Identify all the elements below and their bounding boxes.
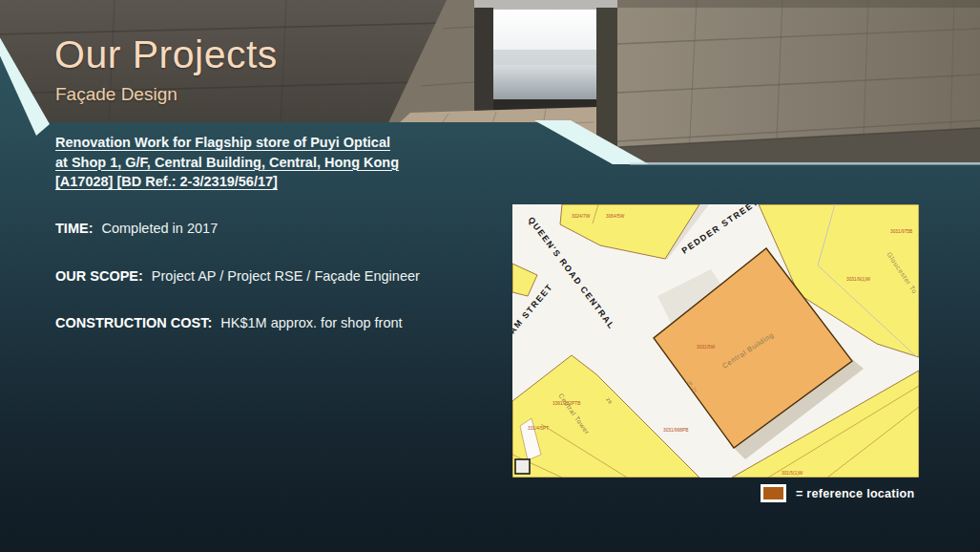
scope-value: Project AP / Project RSE / Façade Engine… [152, 268, 420, 284]
detail-row-cost: CONSTRUCTION COST:HK$1M approx. for shop… [55, 315, 403, 330]
map-corner-marker [515, 459, 530, 474]
scope-label: OUR SCOPE: [55, 268, 143, 284]
reference-legend-label: = reference location [796, 487, 914, 500]
time-label: TIME: [55, 221, 93, 236]
reference-location-swatch [761, 484, 786, 502]
lot-label: 3031/9(1)W [846, 277, 871, 282]
lot-label: 3031/975B [890, 229, 912, 234]
detail-row-scope: OUR SCOPE:Project AP / Project RSE / Faç… [55, 268, 420, 284]
detail-row-time: TIME:Completed in 2017 [55, 221, 218, 236]
reference-legend: = reference location [761, 484, 914, 502]
lot-label: 331/4/5PT [528, 426, 549, 431]
map-illustration: QUEEN'S ROAD CENTRAL PEDDER STREET WYNDH… [512, 204, 919, 478]
location-map: QUEEN'S ROAD CENTRAL PEDDER STREET WYNDH… [512, 204, 919, 478]
lot-label: 3024/7W [572, 214, 591, 219]
lot-label: 3391/232PTB [553, 401, 580, 406]
slide: Our Projects Façade Design Renovation Wo… [0, 0, 980, 552]
project-heading-line-2: at Shop 1, G/F, Central Building, Centra… [55, 153, 456, 173]
lot-label: 3031/5W [697, 345, 716, 350]
lot-label: 3031/968PB [663, 428, 688, 433]
project-heading-line-1: Renovation Work for Flagship store of Pu… [55, 133, 456, 153]
lot-label: 301/5(1)W [782, 471, 803, 476]
lot-label: 3064/5W [606, 214, 625, 219]
cost-label: CONSTRUCTION COST: [55, 315, 212, 330]
cost-value: HK$1M approx. for shop front [220, 315, 402, 330]
project-heading: Renovation Work for Flagship store of Pu… [55, 133, 456, 192]
project-heading-line-3: [A17028] [BD Ref.: 2-3/2319/56/17] [55, 172, 456, 192]
page-title: Our Projects [54, 32, 278, 77]
time-value: Completed in 2017 [101, 221, 218, 236]
page-subtitle: Façade Design [55, 84, 177, 105]
